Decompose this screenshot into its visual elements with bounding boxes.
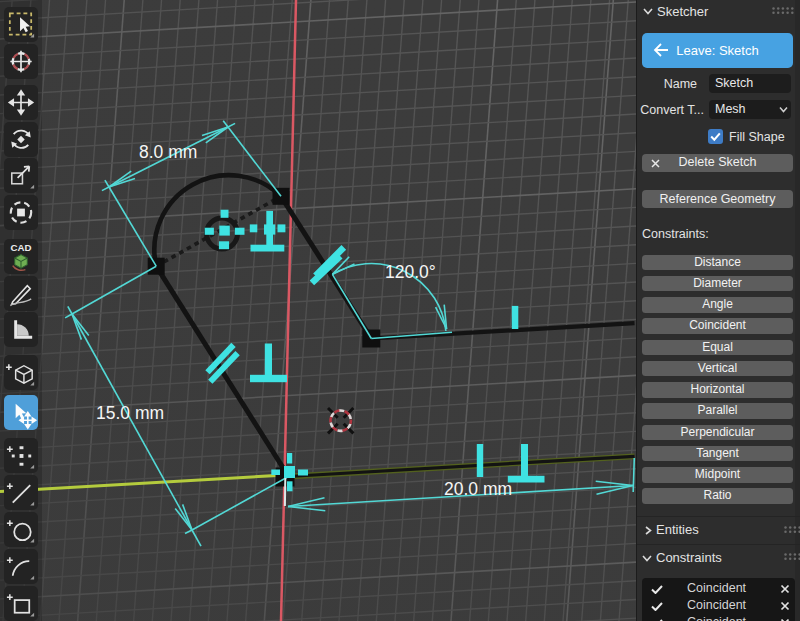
svg-text:CAD: CAD	[10, 242, 31, 253]
svg-text:8.0 mm: 8.0 mm	[139, 142, 197, 162]
svg-text:20.0 mm: 20.0 mm	[444, 479, 512, 499]
svg-text:15.0 mm: 15.0 mm	[96, 403, 164, 423]
svg-text:120.0°: 120.0°	[385, 262, 436, 282]
